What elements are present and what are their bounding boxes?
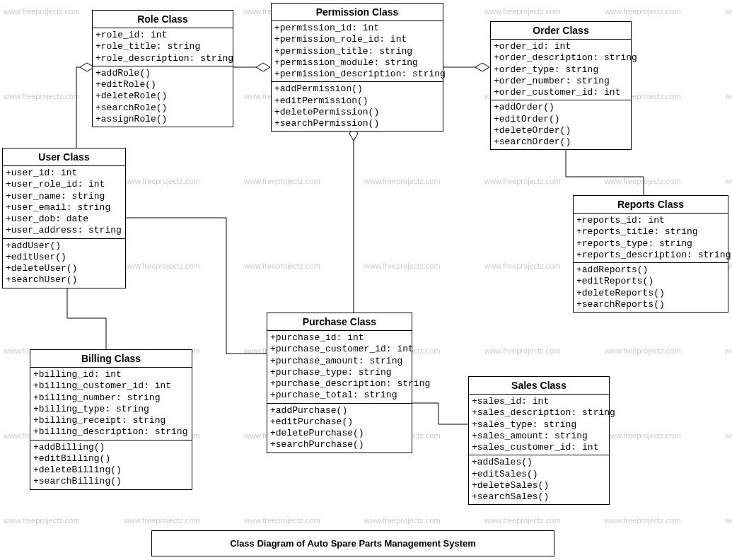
class-member: +role_description: string: [95, 53, 230, 64]
class-member: +editBilling(): [33, 453, 189, 465]
class-order: Order Class +order_id: int+order_descrip…: [490, 21, 632, 150]
class-member: +role_id: int: [95, 30, 230, 41]
watermark-text: www.freeprojectz.com: [124, 516, 200, 525]
watermark-text: www.freeprojectz.com: [4, 7, 80, 16]
class-member: +addUser(): [6, 240, 122, 252]
class-sales: Sales Class +sales_id: int+sales_descrip…: [468, 376, 610, 505]
watermark-text: www.freeprojectz.com: [484, 177, 561, 185]
class-member: +deletePurchase(): [270, 428, 409, 439]
class-member: +order_id: int: [494, 41, 628, 52]
class-member: +order_type: string: [494, 64, 628, 76]
class-member: +billing_customer_id: int: [33, 380, 189, 392]
class-member: +purchase_type: string: [270, 367, 409, 378]
class-member: +deleteRole(): [95, 91, 230, 102]
watermark-text: www.freeprojectz.com: [725, 177, 732, 185]
class-member: +order_number: string: [494, 76, 628, 87]
class-member: +purchase_description: string: [270, 378, 409, 390]
class-permission-ops: +addPermission()+editPermission()+delete…: [272, 82, 443, 131]
class-member: +purchase_total: string: [270, 390, 409, 401]
class-purchase-title: Purchase Class: [267, 313, 412, 331]
class-reports-attrs: +reports_id: int+reports_title: string+r…: [574, 214, 728, 263]
class-member: +searchPurchase(): [270, 439, 409, 450]
watermark-text: www.freeprojectz.com: [725, 7, 732, 16]
class-user-ops: +addUser()+editUser()+deleteUser()+searc…: [3, 239, 125, 288]
watermark-text: www.freeprojectz.com: [484, 346, 561, 355]
class-user: User Class +user_id: int+user_role_id: i…: [2, 148, 126, 288]
class-member: +deleteUser(): [6, 263, 122, 274]
class-member: +searchRole(): [95, 103, 230, 114]
class-member: +reports_description: string: [576, 250, 725, 261]
class-member: +addBilling(): [33, 442, 189, 453]
watermark-text: www.freeprojectz.com: [124, 177, 200, 185]
watermark-text: www.freeprojectz.com: [605, 431, 681, 440]
class-member: +editPermission(): [274, 95, 440, 107]
class-member: +addReports(): [576, 264, 725, 276]
class-role-ops: +addRole()+editRole()+deleteRole()+searc…: [93, 66, 233, 127]
class-member: +searchReports(): [576, 299, 725, 310]
class-member: +sales_id: int: [472, 396, 606, 407]
class-member: +permission_role_id: int: [274, 34, 440, 45]
class-sales-attrs: +sales_id: int+sales_description: string…: [469, 395, 609, 455]
watermark-text: www.freeprojectz.com: [725, 431, 732, 440]
watermark-text: www.freeprojectz.com: [124, 262, 200, 270]
class-role: Role Class +role_id: int+role_title: str…: [92, 10, 233, 127]
class-permission-title: Permission Class: [272, 4, 443, 21]
class-permission: Permission Class +permission_id: int+per…: [271, 3, 443, 132]
class-member: +addPurchase(): [270, 405, 409, 416]
class-member: +reports_title: string: [576, 226, 725, 238]
class-member: +deleteOrder(): [494, 125, 628, 136]
watermark-text: www.freeprojectz.com: [244, 516, 320, 525]
watermark-text: www.freeprojectz.com: [725, 516, 732, 525]
class-order-title: Order Class: [491, 22, 631, 40]
class-order-ops: +addOrder()+editOrder()+deleteOrder()+se…: [491, 100, 631, 149]
watermark-text: www.freeprojectz.com: [244, 262, 320, 270]
class-member: +deleteBilling(): [33, 465, 189, 476]
class-member: +deletePermission(): [274, 107, 440, 118]
class-member: +searchUser(): [6, 274, 122, 286]
watermark-text: www.freeprojectz.com: [4, 516, 80, 525]
watermark-text: www.freeprojectz.com: [244, 177, 320, 185]
class-member: +user_role_id: int: [6, 179, 122, 190]
diagram-title: Class Diagram of Auto Spare Parts Manage…: [151, 530, 554, 556]
class-member: +permission_id: int: [274, 23, 440, 34]
class-member: +user_address: string: [6, 225, 122, 236]
class-billing: Billing Class +billing_id: int+billing_c…: [30, 349, 192, 490]
class-sales-ops: +addSales()+editSales()+deleteSales()+se…: [469, 455, 609, 504]
class-user-attrs: +user_id: int+user_role_id: int+user_nam…: [3, 166, 125, 239]
class-user-title: User Class: [3, 148, 125, 166]
class-member: +permission_title: string: [274, 46, 440, 57]
class-member: +purchase_id: int: [270, 332, 409, 344]
class-member: +searchPermission(): [274, 118, 440, 129]
watermark-text: www.freeprojectz.com: [605, 177, 681, 185]
watermark-text: www.freeprojectz.com: [605, 516, 681, 525]
watermark-text: www.freeprojectz.com: [725, 346, 732, 355]
class-role-title: Role Class: [93, 11, 233, 28]
class-reports-ops: +addReports()+editReports()+deleteReport…: [574, 263, 728, 312]
watermark-text: www.freeprojectz.com: [364, 516, 441, 525]
watermark-text: www.freeprojectz.com: [484, 7, 561, 16]
class-billing-title: Billing Class: [30, 350, 192, 368]
watermark-text: www.freeprojectz.com: [364, 177, 441, 185]
class-member: +reports_type: string: [576, 238, 725, 250]
class-member: +editSales(): [472, 469, 606, 480]
class-member: +deleteReports(): [576, 288, 725, 299]
class-member: +assignRole(): [95, 114, 230, 125]
class-reports: Reports Class +reports_id: int+reports_t…: [573, 195, 728, 313]
class-billing-attrs: +billing_id: int+billing_customer_id: in…: [30, 368, 192, 441]
class-sales-title: Sales Class: [469, 377, 609, 395]
svg-marker-6: [475, 63, 489, 71]
class-member: +editUser(): [6, 252, 122, 263]
class-member: +billing_number: string: [33, 392, 189, 404]
class-member: +addOrder(): [494, 102, 628, 113]
class-member: +sales_description: string: [472, 407, 606, 419]
class-member: +editReports(): [576, 276, 725, 287]
class-member: +permission_description: string: [274, 69, 440, 80]
class-member: +sales_customer_id: int: [472, 442, 606, 453]
class-role-attrs: +role_id: int+role_title: string+role_de…: [93, 28, 233, 66]
watermark-text: www.freeprojectz.com: [364, 262, 441, 270]
class-member: +permission_module: string: [274, 57, 440, 69]
watermark-text: www.freeprojectz.com: [605, 346, 681, 355]
class-member: +role_title: string: [95, 41, 230, 52]
class-member: +user_dob: date: [6, 214, 122, 225]
class-member: +addPermission(): [274, 83, 440, 95]
